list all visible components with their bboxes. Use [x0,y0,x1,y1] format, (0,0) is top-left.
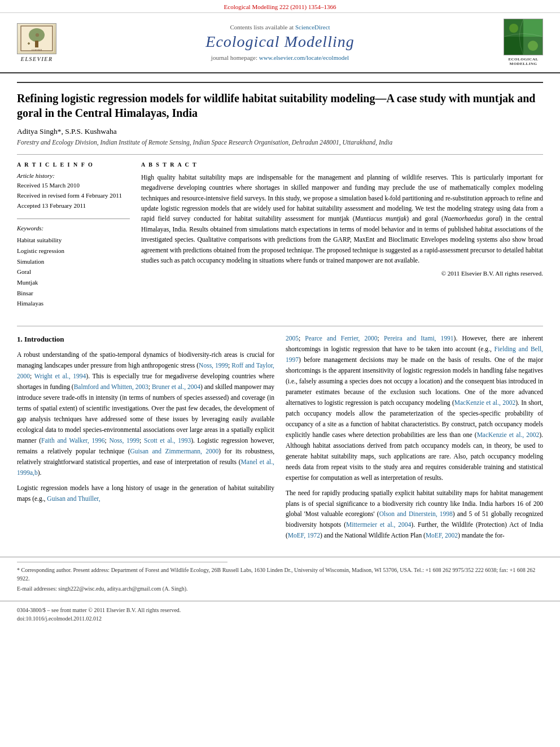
ref-moef-2002[interactable]: MoEF, 2002 [426,532,458,539]
ref-guisan-thuiller[interactable]: Guisan and Thuiller, [47,495,100,502]
introduction-section: 1. Introduction A robust understanding o… [17,326,543,545]
doi-line: doi:10.1016/j.ecolmodel.2011.02.012 [17,614,181,623]
article-title: Refining logistic regression models for … [17,82,543,120]
intro-para-4: The need for rapidly producing spatially… [286,488,543,541]
info-divider [17,219,130,219]
keywords-section: Keywords: Habitat suitability Logistic r… [17,225,130,309]
footnote-section: * Corresponding author. Present address:… [0,557,560,595]
affiliation: Forestry and Ecology Division, Indian In… [17,139,543,146]
ref-manel-1999[interactable]: Manel et al., 1999a,b [17,458,274,476]
journal-title: Ecological Modelling [62,33,498,51]
main-content: Refining logistic regression models for … [0,73,560,557]
intro-body-col1: 1. Introduction A robust understanding o… [17,333,274,545]
intro-body-col2: 2005; Pearce and Ferrier, 2000; Pereira … [286,333,543,545]
article-history-content: Article history: Received 15 March 2010 … [17,171,130,211]
footnote-divider-line [17,562,228,562]
abstract-column: A B S T R A C T High quality habitat sui… [141,161,543,317]
abstract-body: High quality habitat suitability maps ar… [141,172,543,266]
intro-heading: 1. Introduction [17,333,274,345]
intro-para-3: 2005; Pearce and Ferrier, 2000; Pereira … [286,333,543,483]
article-history-section: A R T I C L E I N F O Article history: R… [17,161,130,211]
abstract-title: A B S T R A C T [141,161,543,168]
homepage-url[interactable]: www.elsevier.com/locate/ecolmodel [259,54,349,61]
svg-point-10 [509,24,518,33]
elsevier-logo: ELSEVIER ELSEVIER [17,23,56,62]
ref-mittermeier-2004[interactable]: Mittermeier et al., 2004 [346,521,411,528]
journal-title-area: Contents lists available at ScienceDirec… [62,24,498,61]
keyword-5: Muntjak [17,279,38,286]
keyword-6: Binsar [17,290,33,296]
ref-2005[interactable]: 2005 [286,335,299,342]
sciencedirect-link-line: Contents lists available at ScienceDirec… [62,24,498,30]
keyword-7: Himalayas [17,300,43,307]
keyword-2: Logistic regression [17,247,64,254]
journal-logo-area: ECOLOGICAL MODELLING [498,19,549,67]
ref-faith-1996[interactable]: Faith and Walker, 1996 [41,437,105,444]
elsevier-wordmark: ELSEVIER [17,56,56,62]
svg-rect-3 [21,26,53,51]
svg-point-11 [528,41,538,51]
keywords-list: Habitat suitability Logistic regression … [17,235,130,309]
ref-balmford-2003[interactable]: Balmford and Whitten, 2003 [74,383,148,390]
svg-rect-0 [20,25,54,52]
elsevier-logo-image: ELSEVIER [17,23,56,54]
ref-moef-1972[interactable]: MoEF, 1972 [288,532,320,539]
elsevier-tree-icon: ELSEVIER [20,25,54,52]
ref-mackenzie-2002[interactable]: MacKenzie et al., 2002 [454,399,515,406]
keyword-4: Goral [17,268,31,275]
contents-label: Contents lists available at [230,24,294,30]
ref-noss-1999[interactable]: Noss, 1999 [199,362,228,369]
received-date: Received 15 March 2010 [17,182,80,189]
info-abstract-section: A R T I C L E I N F O Article history: R… [17,154,543,317]
corresponding-author-note: * Corresponding author. Present address:… [17,566,543,583]
issn-line: 0304-3800/$ – see front matter © 2011 El… [17,606,181,614]
ref-wright-1994[interactable]: Wright et al., 1994 [34,373,86,379]
keyword-3: Simulation [17,258,44,265]
svg-text:ELSEVIER: ELSEVIER [31,49,42,51]
journal-homepage-line: journal homepage: www.elsevier.com/locat… [62,54,498,61]
ref-pearce-2000[interactable]: Pearce and Ferrier, 2000 [305,335,377,342]
page-footer: 0304-3800/$ – see front matter © 2011 El… [0,601,560,627]
authors: Aditya Singh*, S.P.S. Kushwaha [17,127,543,136]
article-info-column: A R T I C L E I N F O Article history: R… [17,161,130,317]
copyright-notice: © 2011 Elsevier B.V. All rights reserved… [141,270,543,277]
keyword-1: Habitat suitability [17,237,62,243]
elsevier-logo-area: ELSEVIER ELSEVIER [11,23,62,62]
svg-rect-9 [523,19,542,37]
svg-rect-2 [35,41,38,47]
ref-olson-1998[interactable]: Olson and Dinerstein, 1998 [379,510,453,517]
ref-scott-1993[interactable]: Scott et al., 1993 [144,437,191,444]
journal-reference-bar: Ecological Modelling 222 (2011) 1354–136… [0,0,560,13]
ref-mackenzie-2002b[interactable]: MacKenzie et al., 2002 [477,431,540,438]
email-note: E-mail addresses: singh222@wisc.edu, adi… [17,584,543,593]
revised-date: Received in revised form 4 February 2011 [17,192,122,199]
ref-guisan-2000[interactable]: Guisan and Zimmermann, 2000 [130,448,219,455]
history-label: Article history: [17,172,55,179]
ref-noss-1999b[interactable]: Noss, 1999 [109,437,139,444]
keywords-label: Keywords: [17,225,130,231]
svg-point-1 [29,28,45,42]
intro-para-1: A robust understanding of the spatio-tem… [17,350,274,478]
article-info-title: A R T I C L E I N F O [17,161,130,168]
ref-fielding-1997[interactable]: Fielding and Bell, 1997 [286,346,543,363]
journal-logo-text: ECOLOGICAL MODELLING [508,57,538,67]
homepage-label: journal homepage: [211,54,257,61]
sciencedirect-link[interactable]: ScienceDirect [295,24,330,30]
journal-logo-image [504,19,543,55]
ecological-modelling-logo-icon [504,19,542,55]
footer-left: 0304-3800/$ – see front matter © 2011 El… [17,606,181,623]
accepted-date: Accepted 13 February 2011 [17,202,86,209]
intro-para-2: Logistic regression models have a long h… [17,483,274,504]
ref-pereira-1991[interactable]: Pereira and Itami, 1991 [384,335,454,342]
journal-reference-text: Ecological Modelling 222 (2011) 1354–136… [224,3,336,10]
ref-bruner-2004[interactable]: Bruner et al., 2004 [152,383,200,390]
journal-header: ELSEVIER ELSEVIER Contents lists availab… [0,13,560,73]
